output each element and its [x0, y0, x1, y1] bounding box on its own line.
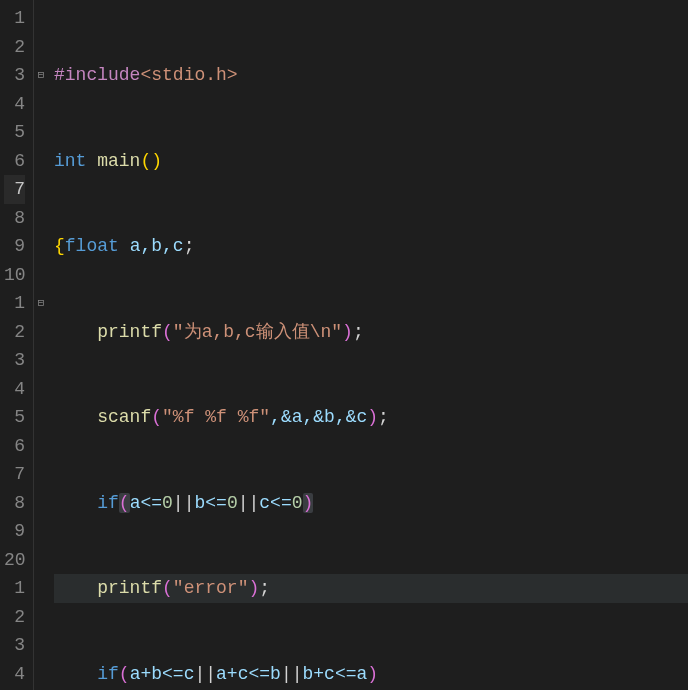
line-number: 1 [4, 574, 25, 603]
fold-marker [34, 546, 48, 575]
fold-marker [34, 403, 48, 432]
line-number: 2 [4, 318, 25, 347]
code-area[interactable]: #include<stdio.h> int main() {float a,b,… [48, 0, 688, 690]
fold-marker[interactable]: ⊟ [34, 289, 48, 318]
fold-marker [34, 147, 48, 176]
fold-marker [34, 33, 48, 62]
kw-if: if [97, 664, 119, 684]
code-line[interactable]: #include<stdio.h> [54, 61, 688, 90]
line-number: 3 [4, 631, 25, 660]
line-number: 20 [4, 546, 25, 575]
fn-printf: printf [97, 578, 162, 598]
line-number: 4 [4, 660, 25, 689]
line-number: 4 [4, 90, 25, 119]
fold-marker [34, 118, 48, 147]
line-number: 1 [4, 289, 25, 318]
line-number: 5 [4, 118, 25, 147]
fold-marker [34, 603, 48, 632]
str-prompt: "为a,b,c输入值\n" [173, 322, 342, 342]
fn-scanf: scanf [97, 407, 151, 427]
fold-column: ⊟⊟ [34, 0, 48, 690]
code-line[interactable]: scanf("%f %f %f",&a,&b,&c); [54, 403, 688, 432]
code-line[interactable]: {float a,b,c; [54, 232, 688, 261]
line-number: 2 [4, 33, 25, 62]
line-number: 9 [4, 232, 25, 261]
fold-marker [34, 204, 48, 233]
line-number: 5 [4, 403, 25, 432]
code-line-current[interactable]: printf("error"); [54, 574, 688, 603]
fold-marker [34, 90, 48, 119]
kw-int: int [54, 151, 86, 171]
fn-printf: printf [97, 322, 162, 342]
fold-marker [34, 517, 48, 546]
code-editor[interactable]: 12345678910123456789201234 ⊟⊟ #include<s… [0, 0, 688, 690]
fold-marker [34, 375, 48, 404]
fold-marker [34, 489, 48, 518]
fold-marker [34, 261, 48, 290]
code-line[interactable]: printf("为a,b,c输入值\n"); [54, 318, 688, 347]
line-number: 8 [4, 204, 25, 233]
line-number: 4 [4, 375, 25, 404]
code-line[interactable]: int main() [54, 147, 688, 176]
line-number: 7 [4, 175, 25, 204]
fold-marker [34, 175, 48, 204]
fold-marker [34, 346, 48, 375]
line-number-gutter: 12345678910123456789201234 [0, 0, 34, 690]
str-fmt: "%f %f %f" [162, 407, 270, 427]
pp-directive: #include [54, 65, 140, 85]
scanf-args: ,&a,&b,&c [270, 407, 367, 427]
kw-float: float [65, 236, 119, 256]
line-number: 8 [4, 489, 25, 518]
fold-marker [34, 460, 48, 489]
line-number: 7 [4, 460, 25, 489]
str-error: "error" [173, 578, 249, 598]
code-line[interactable]: if(a+b<=c||a+c<=b||b+c<=a) [54, 660, 688, 689]
line-number: 6 [4, 432, 25, 461]
fold-marker[interactable]: ⊟ [34, 61, 48, 90]
line-number: 9 [4, 517, 25, 546]
line-number: 2 [4, 603, 25, 632]
fold-marker [34, 318, 48, 347]
fold-marker [34, 631, 48, 660]
line-number: 3 [4, 61, 25, 90]
code-line[interactable]: if(a<=0||b<=0||c<=0) [54, 489, 688, 518]
line-number: 10 [4, 261, 25, 290]
fold-marker [34, 232, 48, 261]
fold-marker [34, 660, 48, 689]
line-number: 1 [4, 4, 25, 33]
fold-marker [34, 432, 48, 461]
fold-marker [34, 574, 48, 603]
kw-if: if [97, 493, 119, 513]
line-number: 3 [4, 346, 25, 375]
header-name: <stdio.h> [140, 65, 237, 85]
vars: a,b,c [130, 236, 184, 256]
fn-main: main [97, 151, 140, 171]
fold-marker [34, 4, 48, 33]
line-number: 6 [4, 147, 25, 176]
